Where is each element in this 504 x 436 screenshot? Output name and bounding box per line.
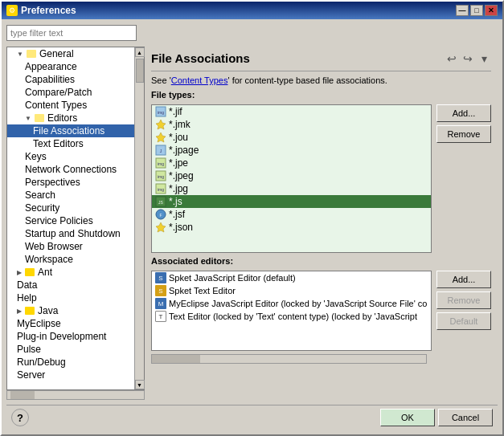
title-divider [151,71,491,71]
file-icon [155,119,166,130]
list-item[interactable]: F *.jsf [152,208,431,221]
sidebar-item-server[interactable]: Server [7,369,134,381]
back-icon[interactable]: ↩ [445,51,459,66]
editors-remove-button[interactable]: Remove [436,291,491,309]
minimize-button[interactable]: — [456,5,469,16]
file-icon: F [155,209,166,220]
sidebar-item-capabilities[interactable]: Capabilities [7,73,134,86]
sidebar-horizontal-scrollbar[interactable] [6,390,145,400]
editors-add-button[interactable]: Add... [436,271,491,288]
file-icon: img [155,170,166,181]
list-item[interactable]: *.jou [152,131,431,144]
associated-editors-listbox[interactable]: S Spket JavaScript Editor (default) S Sp… [151,271,432,351]
file-types-remove-button[interactable]: Remove [436,125,491,143]
sidebar-item-label: Plug-in Development [17,331,106,342]
scroll-down-button[interactable]: ▼ [135,380,145,389]
sidebar-item-startup[interactable]: Startup and Shutdown [7,227,134,240]
sidebar-item-run-debug[interactable]: Run/Debug [7,356,134,369]
help-button[interactable]: ? [11,409,29,426]
sidebar-item-search[interactable]: Search [7,189,134,202]
cancel-button[interactable]: Cancel [438,409,493,426]
sidebar-item-appearance[interactable]: Appearance [7,60,134,73]
expand-arrow: ▶ [17,308,22,315]
svg-text:F: F [159,213,162,218]
sidebar-item-keys[interactable]: Keys [7,150,134,163]
list-item[interactable]: img *.jpg [152,182,431,195]
editor-name: Spket JavaScript Editor (default) [169,273,296,283]
list-item[interactable]: JS *.js [152,195,431,208]
list-item[interactable]: S Spket JavaScript Editor (default) [152,271,431,284]
sidebar-item-label: Java [38,305,58,316]
editor-icon: S [155,285,166,296]
list-item[interactable]: S Spket Text Editor [152,284,431,297]
file-types-add-button[interactable]: Add... [436,104,491,122]
sidebar-item-compare-patch[interactable]: Compare/Patch [7,86,134,99]
list-item[interactable]: J *.jpage [152,144,431,157]
sidebar-item-content-types[interactable]: Content Types [7,99,134,112]
sidebar-item-label: Startup and Shutdown [25,228,121,239]
sidebar-item-pulse[interactable]: Pulse [7,343,134,356]
sidebar-item-label: Compare/Patch [25,87,92,98]
content-area: File Associations ↩ ↪ ▾ See 'Content Typ… [145,47,498,400]
content-types-link[interactable]: Content Types [171,75,228,85]
list-item[interactable]: M MyEclipse JavaScript Editor (locked by… [152,297,431,310]
sidebar-item-help[interactable]: Help [7,291,134,304]
file-types-buttons: Add... Remove [436,104,491,253]
editors-h-scrollbar[interactable] [151,354,427,364]
file-ext: *.jpe [169,157,188,169]
editor-name: Spket Text Editor [169,286,236,295]
svg-text:img: img [158,110,164,115]
filter-input[interactable] [6,25,137,41]
svg-marker-16 [156,222,166,232]
sidebar-scroll-area: ▼ General Appearance Capabilities Compar… [6,47,145,390]
forward-icon[interactable]: ↪ [461,51,475,66]
editors-scrollbar-row [151,354,491,364]
sidebar-item-myeclipse[interactable]: MyEclipse [7,317,134,330]
svg-marker-2 [156,120,166,129]
sidebar-item-plugin-dev[interactable]: Plug-in Development [7,330,134,343]
folder-icon [35,114,44,122]
sidebar-item-data[interactable]: Data [7,279,134,291]
content-description: See 'Content Types' for content-type bas… [151,75,491,85]
sidebar-item-network-connections[interactable]: Network Connections [7,163,134,176]
file-icon [155,132,166,143]
menu-icon[interactable]: ▾ [477,51,491,66]
sidebar-item-java[interactable]: ▶ Java [7,304,134,317]
sidebar-item-workspace[interactable]: Workspace [7,253,134,266]
editors-default-button[interactable]: Default [436,312,491,330]
list-item[interactable]: img *.jpe [152,157,431,169]
maximize-button[interactable]: □ [470,5,483,16]
file-types-label: File types: [151,90,491,100]
file-icon: img [155,106,166,117]
title-bar: ⚙ Preferences — □ ✕ [2,2,502,19]
sidebar-item-label: Content Types [25,100,87,111]
sidebar-item-editors[interactable]: ▼ Editors [7,112,134,124]
file-ext: *.json [169,222,193,233]
sidebar-item-text-editors[interactable]: Text Editors [7,137,134,150]
file-types-listbox[interactable]: img *.jif *.jmk [151,104,432,253]
list-item[interactable]: T Text Editor (locked by 'Text' content … [152,310,431,323]
ok-button[interactable]: OK [380,409,435,426]
sidebar-item-web-browser[interactable]: Web Browser [7,240,134,253]
scroll-thumb[interactable] [136,59,144,83]
expand-arrow: ▼ [17,51,23,58]
preferences-window: ⚙ Preferences — □ ✕ ▼ [0,0,504,436]
scroll-track [135,57,144,380]
sidebar-item-label: Server [17,369,45,381]
list-item[interactable]: *.json [152,221,431,234]
sidebar-item-perspectives[interactable]: Perspectives [7,176,134,189]
list-item[interactable]: img *.jif [152,105,431,118]
sidebar-item-security[interactable]: Security [7,202,134,214]
list-item[interactable]: *.jmk [152,118,431,131]
file-icon [155,222,166,233]
sidebar-item-file-associations[interactable]: File Associations [7,124,134,137]
sidebar-item-label: Workspace [25,254,73,265]
main-area: ▼ General Appearance Capabilities Compar… [6,47,498,400]
file-ext: *.jmk [169,119,191,130]
scroll-up-button[interactable]: ▲ [135,47,145,57]
sidebar-item-service-policies[interactable]: Service Policies [7,214,134,227]
sidebar-item-ant[interactable]: ▶ Ant [7,266,134,279]
close-button[interactable]: ✕ [485,5,498,16]
list-item[interactable]: img *.jpeg [152,169,431,182]
sidebar-item-general[interactable]: ▼ General [7,47,134,60]
